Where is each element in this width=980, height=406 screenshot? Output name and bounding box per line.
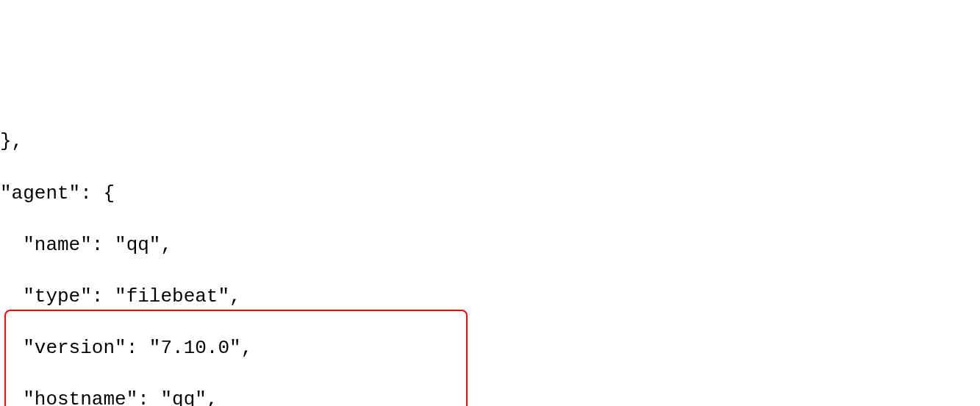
- code-line: "name": "qq",: [0, 232, 980, 258]
- code-block: }, "agent": { "name": "qq", "type": "fil…: [0, 103, 980, 406]
- code-line: "type": "filebeat",: [0, 284, 980, 310]
- code-line: "version": "7.10.0",: [0, 335, 980, 361]
- code-line: },: [0, 129, 980, 154]
- code-line: "agent": {: [0, 181, 980, 207]
- code-line: "hostname": "qq",: [0, 387, 980, 406]
